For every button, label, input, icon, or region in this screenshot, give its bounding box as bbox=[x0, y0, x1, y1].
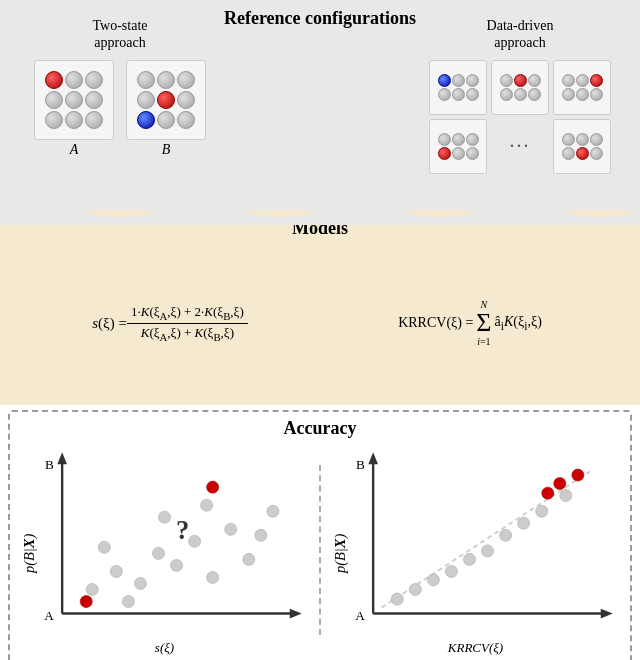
svg-point-40 bbox=[518, 517, 530, 529]
svg-text:A: A bbox=[44, 608, 54, 623]
svg-point-13 bbox=[207, 571, 219, 583]
svg-point-23 bbox=[207, 481, 219, 493]
svg-point-36 bbox=[445, 565, 457, 577]
middle-section: Models s(ξ) = 1·K(ξA,ξ) + 2·K(ξB,ξ) K(ξA… bbox=[0, 210, 640, 405]
svg-text:?: ? bbox=[176, 515, 189, 545]
svg-text:B: B bbox=[45, 457, 54, 472]
svg-point-42 bbox=[560, 490, 572, 502]
data-driven-label: Data-drivenapproach bbox=[487, 18, 554, 52]
ball-gray-b2 bbox=[157, 71, 175, 89]
svg-point-11 bbox=[171, 559, 183, 571]
plots-row: p(B|X) A B bbox=[20, 445, 620, 656]
svg-point-15 bbox=[243, 553, 255, 565]
bottom-title: Accuracy bbox=[284, 418, 357, 439]
svg-point-17 bbox=[122, 596, 134, 608]
sum-notation: N Σ i=1 bbox=[476, 299, 491, 347]
svg-marker-3 bbox=[290, 609, 302, 619]
svg-point-9 bbox=[134, 577, 146, 589]
dd-box-1 bbox=[429, 60, 487, 115]
svg-point-34 bbox=[409, 583, 421, 595]
svg-point-45 bbox=[542, 487, 554, 499]
svg-marker-27 bbox=[368, 452, 378, 464]
ball-gray-b4 bbox=[137, 91, 155, 109]
svg-text:p(B|X): p(B|X) bbox=[332, 534, 349, 574]
ball-gray-8 bbox=[85, 111, 103, 129]
mini-balls-2 bbox=[495, 74, 545, 101]
ball-red-a bbox=[45, 71, 63, 89]
balls-grid-b bbox=[131, 71, 201, 129]
wavy-divider-top bbox=[0, 195, 640, 225]
two-state-col: Two-stateapproach bbox=[10, 18, 230, 210]
svg-point-8 bbox=[110, 565, 122, 577]
two-state-configs: A bbox=[34, 60, 206, 140]
svg-point-21 bbox=[267, 505, 279, 517]
dd-box-3 bbox=[553, 60, 611, 115]
dd-grid: ··· bbox=[429, 60, 611, 174]
svg-point-33 bbox=[391, 593, 403, 605]
plot-divider bbox=[319, 465, 321, 635]
ball-gray-4 bbox=[65, 91, 83, 109]
svg-point-35 bbox=[427, 574, 439, 586]
svg-text:p(B|X): p(B|X) bbox=[21, 534, 38, 574]
left-plot-xlabel: s(ξ) bbox=[155, 640, 174, 656]
mini-balls-1 bbox=[433, 74, 483, 101]
balls-grid-a bbox=[39, 71, 109, 129]
ball-gray-5 bbox=[85, 91, 103, 109]
formulas-row: s(ξ) = 1·K(ξA,ξ) + 2·K(ξB,ξ) K(ξA,ξ) + K… bbox=[20, 249, 620, 397]
svg-point-37 bbox=[463, 553, 475, 565]
svg-marker-2 bbox=[57, 452, 67, 464]
mini-balls-3 bbox=[557, 74, 607, 101]
right-plot-container: p(B|X) A B bbox=[331, 445, 620, 656]
svg-text:B: B bbox=[356, 457, 365, 472]
data-driven-col: Data-drivenapproach bbox=[410, 18, 630, 210]
svg-point-12 bbox=[189, 535, 201, 547]
right-plot-xlabel: KRRCV(ξ) bbox=[448, 640, 503, 656]
ball-gray-6 bbox=[45, 111, 63, 129]
bottom-section: Accuracy p(B|X) A B bbox=[8, 410, 632, 660]
ball-blue-b bbox=[137, 111, 155, 129]
left-plot-container: p(B|X) A B bbox=[20, 445, 309, 656]
ball-red-b bbox=[157, 91, 175, 109]
config-a-label: A bbox=[70, 142, 79, 158]
ball-gray-7 bbox=[65, 111, 83, 129]
ball-gray-b5 bbox=[177, 91, 195, 109]
config-box-a bbox=[34, 60, 114, 140]
ball-gray-2 bbox=[85, 71, 103, 89]
ball-gray-1 bbox=[65, 71, 83, 89]
ball-gray-b3 bbox=[177, 71, 195, 89]
svg-point-19 bbox=[201, 499, 213, 511]
svg-point-41 bbox=[536, 505, 548, 517]
svg-point-39 bbox=[500, 529, 512, 541]
ball-gray-b6 bbox=[157, 111, 175, 129]
svg-point-22 bbox=[80, 596, 92, 608]
ball-gray-b7 bbox=[177, 111, 195, 129]
two-state-label: Two-stateapproach bbox=[92, 18, 147, 52]
dd-box-6 bbox=[553, 119, 611, 174]
main-container: Reference configurations Two-stateapproa… bbox=[0, 0, 640, 660]
svg-marker-28 bbox=[601, 609, 613, 619]
left-plot-svg: p(B|X) A B bbox=[20, 445, 309, 638]
ball-gray-3 bbox=[45, 91, 63, 109]
dd-dots: ··· bbox=[491, 119, 549, 174]
top-title-text: Reference configurations bbox=[224, 8, 416, 28]
dd-box-4 bbox=[429, 119, 487, 174]
svg-point-7 bbox=[86, 583, 98, 595]
fraction-left: 1·K(ξA,ξ) + 2·K(ξB,ξ) K(ξA,ξ) + K(ξB,ξ) bbox=[127, 303, 248, 343]
top-columns: Two-stateapproach bbox=[10, 8, 630, 210]
mini-balls-6 bbox=[557, 133, 607, 160]
svg-point-44 bbox=[572, 469, 584, 481]
svg-point-20 bbox=[255, 529, 267, 541]
svg-point-16 bbox=[98, 541, 110, 553]
formula-left: s(ξ) = 1·K(ξA,ξ) + 2·K(ξB,ξ) K(ξA,ξ) + K… bbox=[20, 303, 320, 343]
formula-right: KRRCV(ξ) = N Σ i=1 âiK(ξi,ξ) bbox=[320, 299, 620, 347]
top-section: Reference configurations Two-stateapproa… bbox=[0, 0, 640, 210]
dd-box-2 bbox=[491, 60, 549, 115]
config-box-b bbox=[126, 60, 206, 140]
svg-point-38 bbox=[482, 545, 494, 557]
svg-point-18 bbox=[158, 511, 170, 523]
svg-point-10 bbox=[152, 547, 164, 559]
svg-text:A: A bbox=[355, 608, 365, 623]
mini-balls-4 bbox=[433, 133, 483, 160]
top-title: Reference configurations bbox=[224, 8, 416, 29]
right-plot-svg: p(B|X) A B bbox=[331, 445, 620, 638]
